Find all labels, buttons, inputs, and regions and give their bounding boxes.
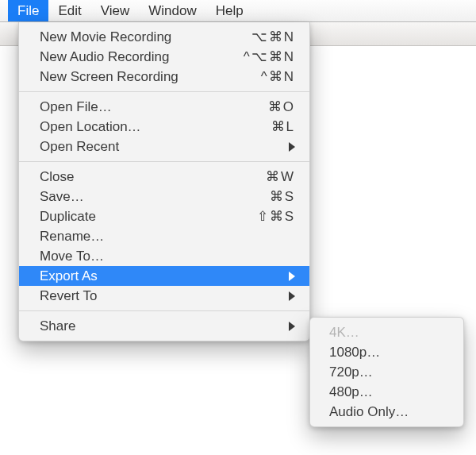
menu-item-label: Open Recent [40, 139, 119, 155]
menubar-item-edit[interactable]: Edit [48, 0, 90, 21]
menu-item-shortcut: ⌘L [271, 118, 295, 135]
menu-item-revert-to[interactable]: Revert To [19, 286, 309, 306]
menu-item-rename[interactable]: Rename… [19, 226, 309, 246]
menu-item-label: Close [40, 169, 74, 185]
menu-separator [19, 91, 309, 92]
submenu-item-label: Audio Only… [329, 404, 409, 420]
menu-item-open-recent[interactable]: Open Recent [19, 137, 309, 156]
menu-separator [19, 161, 309, 162]
menu-item-close[interactable]: Close ⌘W [19, 167, 309, 187]
menubar-item-file[interactable]: File [8, 0, 48, 21]
menu-item-open-location[interactable]: Open Location… ⌘L [19, 117, 309, 137]
menu-item-shortcut: ^⌥⌘N [244, 48, 295, 65]
export-as-submenu: 4K… 1080p… 720p… 480p… Audio Only… [309, 317, 464, 427]
submenu-item-720p[interactable]: 720p… [310, 362, 463, 382]
submenu-item-label: 4K… [329, 325, 359, 341]
menu-item-label: New Screen Recording [40, 69, 178, 85]
menubar-item-window[interactable]: Window [139, 0, 205, 21]
menubar-item-view[interactable]: View [91, 0, 140, 21]
menubar-item-help[interactable]: Help [206, 0, 253, 21]
menu-item-shortcut: ⇧⌘S [257, 208, 295, 225]
menu-item-shortcut: ⌘O [268, 98, 295, 115]
menu-item-label: Export As [40, 268, 98, 284]
menu-item-label: Revert To [40, 288, 97, 304]
submenu-arrow-icon [289, 142, 295, 152]
submenu-arrow-icon [289, 272, 295, 281]
menu-item-label: Share [40, 318, 75, 334]
submenu-arrow-icon [289, 322, 295, 331]
menu-item-label: Open File… [40, 99, 112, 115]
menu-item-shortcut: ⌘S [270, 188, 295, 205]
submenu-item-4k: 4K… [310, 322, 463, 342]
submenu-arrow-icon [289, 291, 295, 301]
menu-item-shortcut: ⌥⌘N [251, 29, 295, 45]
menu-item-save[interactable]: Save… ⌘S [19, 187, 309, 206]
submenu-item-label: 720p… [329, 364, 373, 380]
submenu-item-audio-only[interactable]: Audio Only… [310, 402, 463, 422]
submenu-item-480p[interactable]: 480p… [310, 382, 463, 402]
menubar: File Edit View Window Help [0, 0, 476, 22]
submenu-item-label: 480p… [329, 384, 373, 400]
submenu-item-1080p[interactable]: 1080p… [310, 342, 463, 362]
menu-item-label: New Audio Recording [40, 49, 169, 65]
menu-item-label: Save… [40, 189, 84, 205]
menu-item-export-as[interactable]: Export As [19, 266, 309, 286]
submenu-item-label: 1080p… [329, 345, 380, 361]
menu-item-label: Rename… [40, 229, 104, 245]
menu-item-new-movie-recording[interactable]: New Movie Recording ⌥⌘N [19, 27, 309, 47]
menu-item-share[interactable]: Share [19, 316, 309, 336]
menu-separator [19, 310, 309, 311]
menu-item-label: New Movie Recording [40, 29, 171, 45]
menu-item-move-to[interactable]: Move To… [19, 246, 309, 266]
menu-item-open-file[interactable]: Open File… ⌘O [19, 97, 309, 117]
menu-item-new-screen-recording[interactable]: New Screen Recording ^⌘N [19, 67, 309, 87]
menu-item-shortcut: ^⌘N [261, 68, 295, 85]
file-menu-dropdown: New Movie Recording ⌥⌘N New Audio Record… [18, 22, 310, 341]
menu-item-label: Move To… [40, 249, 104, 264]
menu-item-label: Open Location… [40, 119, 141, 135]
menu-item-new-audio-recording[interactable]: New Audio Recording ^⌥⌘N [19, 47, 309, 67]
menu-item-label: Duplicate [40, 209, 96, 225]
menu-item-shortcut: ⌘W [266, 168, 295, 185]
menu-item-duplicate[interactable]: Duplicate ⇧⌘S [19, 206, 309, 226]
